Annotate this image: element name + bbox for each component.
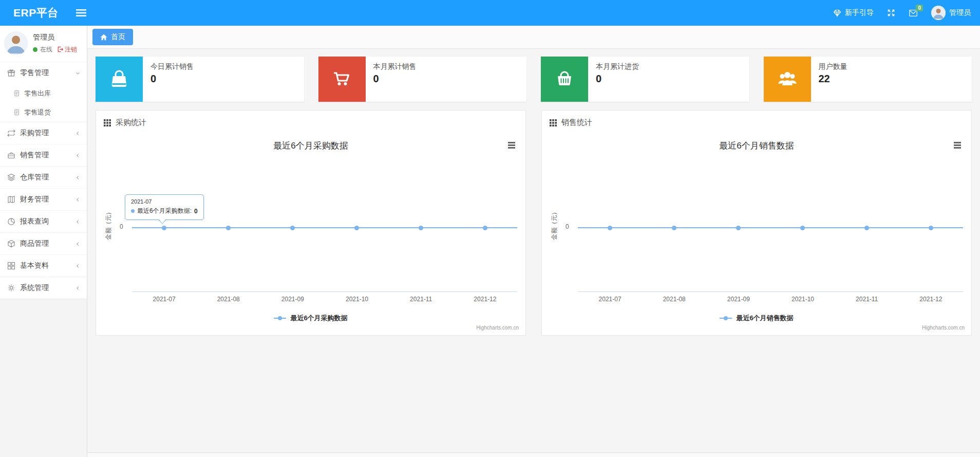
messages-button[interactable]: 0 — [909, 9, 918, 17]
chart-title: 最近6个月采购数据 — [96, 140, 525, 152]
stat-card-value: 0 — [373, 73, 417, 85]
legend-label: 最近6个月销售数据 — [736, 314, 793, 323]
x-tick: 2021-08 — [217, 296, 240, 303]
grid-icon — [7, 262, 15, 270]
gear-icon — [7, 284, 15, 292]
sidebar-item-purchase[interactable]: 采购管理 — [0, 122, 87, 144]
message-count-badge: 0 — [916, 5, 923, 11]
data-point[interactable] — [290, 226, 295, 230]
tab-home[interactable]: 首页 — [92, 29, 133, 45]
app-brand: ERP平台 — [0, 6, 73, 20]
chevron-left-icon — [75, 175, 81, 180]
sidebar-item-label: 零售管理 — [20, 68, 70, 78]
sidebar-submenu-retail: 零售出库 零售退货 — [0, 84, 87, 122]
sidebar-item-label: 销售管理 — [20, 151, 70, 160]
chevron-left-icon — [75, 219, 81, 225]
sidebar-item-system[interactable]: 系统管理 — [0, 277, 87, 299]
stat-card-label: 本月累计进货 — [596, 62, 639, 71]
sidebar-avatar — [4, 31, 28, 55]
submenu-item-label: 零售退货 — [24, 108, 51, 117]
sidebar-item-label: 仓库管理 — [20, 173, 70, 182]
x-tick: 2021-07 — [599, 296, 621, 303]
tooltip-value: 0 — [194, 208, 198, 215]
sidebar-item-label: 采购管理 — [20, 129, 70, 138]
sidebar-item-label: 系统管理 — [20, 283, 70, 293]
users-icon — [764, 57, 811, 102]
chevron-left-icon — [75, 131, 81, 136]
x-tick: 2021-09 — [281, 296, 304, 303]
data-point[interactable] — [608, 226, 612, 230]
highcharts-credits-link[interactable]: Highcharts.com.cn — [476, 325, 519, 331]
legend-item[interactable]: 最近6个月销售数据 — [542, 314, 971, 323]
sidebar-item-label: 财务管理 — [20, 195, 70, 204]
data-point[interactable] — [672, 226, 676, 230]
sales-stats-panel: 销售统计 最近6个月销售数据 金额（元） 0 2021-07 — [541, 110, 972, 336]
dashboard-content: 今日累计销售 0 本月累计销售 0 — [87, 49, 980, 452]
sidebar-user-panel: 管理员 在线 注销 — [0, 26, 87, 62]
box-icon — [7, 240, 15, 248]
th-grid-icon — [550, 119, 557, 126]
chevron-left-icon — [75, 197, 81, 203]
series-points — [578, 223, 963, 232]
panel-title: 采购统计 — [116, 118, 146, 127]
tab-home-label: 首页 — [111, 32, 125, 42]
data-point[interactable] — [354, 226, 359, 230]
stat-card-value: 22 — [819, 73, 847, 85]
sidebar-toggle-button[interactable] — [73, 6, 89, 20]
fullscreen-button[interactable] — [887, 9, 895, 17]
stat-card-month-purchase[interactable]: 本月累计进货 0 — [541, 57, 749, 102]
x-tick: 2021-11 — [856, 296, 878, 303]
chart-panels-row: 采购统计 最近6个月采购数据 金额（元） 0 2021-07 — [96, 110, 972, 336]
sidebar-item-products[interactable]: 商品管理 — [0, 232, 87, 254]
sidebar-item-sales[interactable]: 销售管理 — [0, 144, 87, 166]
data-point[interactable] — [864, 226, 869, 230]
data-point[interactable] — [483, 226, 487, 230]
sidebar-item-retail-out[interactable]: 零售出库 — [0, 84, 87, 103]
x-axis-labels: 2021-07 2021-08 2021-09 2021-10 2021-11 … — [578, 296, 963, 303]
basket-icon — [541, 57, 588, 102]
sidebar-item-finance[interactable]: 财务管理 — [0, 188, 87, 210]
panel-header: 采购统计 — [96, 111, 525, 134]
sidebar: 管理员 在线 注销 — [0, 26, 87, 457]
page-footer — [87, 452, 980, 457]
main-area: 首页 今日累计销售 0 — [87, 26, 980, 457]
chart-context-menu-button[interactable] — [954, 142, 961, 150]
x-tick: 2021-07 — [153, 296, 176, 303]
data-point[interactable] — [419, 226, 423, 230]
user-menu[interactable]: 管理员 — [931, 6, 971, 20]
stat-card-today-sales[interactable]: 今日累计销售 0 — [96, 57, 304, 102]
stat-card-user-count[interactable]: 用户数量 22 — [764, 57, 972, 102]
panel-header: 销售统计 — [542, 111, 971, 134]
data-point[interactable] — [800, 226, 805, 230]
y-axis-label: 金额（元） — [104, 204, 113, 245]
chart-context-menu-button[interactable] — [508, 142, 515, 150]
purchase-stats-panel: 采购统计 最近6个月采购数据 金额（元） 0 2021-07 — [96, 110, 526, 336]
sidebar-item-label: 商品管理 — [20, 239, 70, 248]
legend-marker-icon — [274, 316, 286, 321]
logout-link[interactable]: 注销 — [57, 45, 77, 54]
legend-item[interactable]: 最近6个月采购数据 — [96, 314, 525, 323]
data-point[interactable] — [162, 226, 166, 230]
sidebar-item-warehouse[interactable]: 仓库管理 — [0, 166, 87, 188]
chevron-left-icon — [75, 241, 81, 247]
guide-button[interactable]: 新手引导 — [833, 8, 874, 17]
submenu-item-label: 零售出库 — [24, 89, 51, 98]
data-point[interactable] — [736, 226, 741, 230]
file-icon — [13, 109, 20, 116]
sidebar-item-label: 报表查询 — [20, 217, 70, 226]
data-point[interactable] — [929, 226, 933, 230]
sidebar-item-retail[interactable]: 零售管理 — [0, 62, 87, 84]
chevron-left-icon — [75, 285, 81, 291]
top-navbar: ERP平台 新手引导 0 — [0, 0, 980, 26]
stat-card-month-sales[interactable]: 本月累计销售 0 — [318, 57, 527, 102]
tooltip-series-label: 最近6个月采购数据: — [137, 207, 192, 215]
sidebar-item-reports[interactable]: 报表查询 — [0, 210, 87, 232]
data-point[interactable] — [226, 226, 231, 230]
stat-cards-row: 今日累计销售 0 本月累计销售 0 — [96, 57, 972, 102]
sidebar-item-retail-return[interactable]: 零售退货 — [0, 103, 87, 122]
file-icon — [13, 90, 20, 97]
pie-chart-icon — [7, 217, 15, 226]
sidebar-item-label: 基本资料 — [20, 261, 70, 270]
sidebar-item-basic-data[interactable]: 基本资料 — [0, 254, 87, 277]
highcharts-credits-link[interactable]: Highcharts.com.cn — [922, 325, 965, 331]
